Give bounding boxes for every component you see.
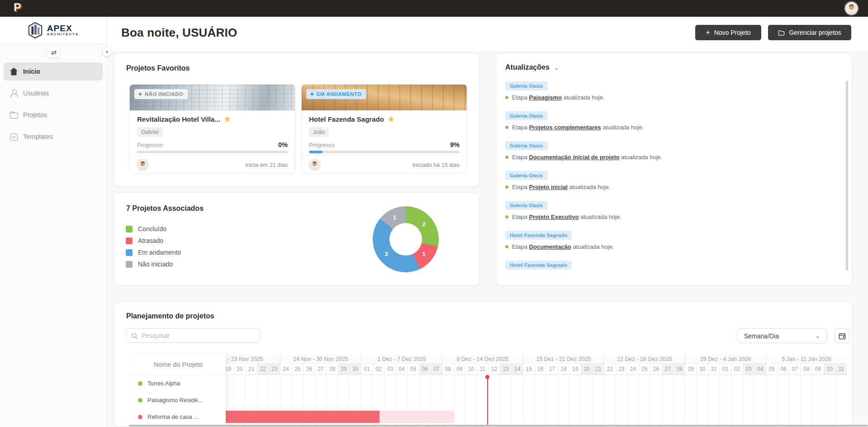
week-label: 8 Dez - 14 Dez 2025 bbox=[442, 355, 523, 364]
project-chip[interactable]: Galeria Oasis bbox=[505, 81, 548, 90]
avatar-image bbox=[137, 159, 148, 171]
day-cell: 23 bbox=[616, 364, 627, 375]
legend-item: Concluído bbox=[126, 225, 181, 232]
day-cell: 13 bbox=[500, 364, 512, 375]
gantt-timeline-header: - 23 Nov 2025192021222324 Nov - 30 Nov 2… bbox=[199, 355, 847, 375]
project-card[interactable]: EM ANDAMENTOHotel Fazenda Sagrado★JoãoPr… bbox=[301, 84, 467, 174]
sidebar-item-inicio[interactable]: Início bbox=[4, 62, 103, 81]
day-cell: 11 bbox=[835, 364, 847, 375]
wooden-deck-image: EM ANDAMENTO bbox=[302, 85, 467, 110]
project-chip[interactable]: Hotel Fazenda Sagrado bbox=[505, 261, 572, 270]
swap-icon[interactable]: ⇄ bbox=[48, 47, 60, 57]
gantt-row-name[interactable]: Reforma de casa ... bbox=[131, 408, 226, 425]
search-input[interactable] bbox=[142, 332, 256, 339]
card-footer: Iniciado há 15 dias bbox=[302, 155, 467, 174]
status-label: EM ANDAMENTO bbox=[317, 91, 361, 97]
stage-link[interactable]: Projeto inicial bbox=[529, 184, 568, 190]
building-facade-image: NÃO INICIADO bbox=[130, 85, 295, 110]
stage-link[interactable]: Paisagismo bbox=[529, 94, 562, 101]
card-body: Revitalização Hotel Villa...★GabrielProg… bbox=[130, 110, 295, 174]
update-item: Galeria OasisEtapa Documentação inicial … bbox=[505, 141, 838, 161]
week-label: 22 Dez - 28 Dez 2025 bbox=[604, 355, 685, 364]
day-cell: 19 bbox=[569, 364, 581, 375]
day-cell: 31 bbox=[708, 364, 720, 375]
day-cell: 20 bbox=[581, 364, 593, 375]
sidebar-item-usuarios[interactable]: Usuários bbox=[4, 84, 103, 102]
day-cell: 02 bbox=[731, 364, 743, 375]
gantt-bar-solid[interactable] bbox=[199, 411, 379, 423]
gantt-week: 1 Dez - 7 Dez 202501020304050607 bbox=[361, 355, 442, 375]
slice-value-label: 1 bbox=[393, 214, 396, 221]
calendar-button[interactable] bbox=[835, 328, 849, 343]
day-cell: 08 bbox=[442, 364, 454, 375]
associated-title: 7 Projetos Associados bbox=[126, 204, 204, 213]
member-avatar[interactable] bbox=[137, 159, 148, 171]
progress-percent: 0% bbox=[278, 141, 288, 148]
stage-link[interactable]: Projetos complementares bbox=[529, 124, 601, 131]
day-cell: 06 bbox=[778, 364, 789, 375]
sidebar-item-templates[interactable]: Templates bbox=[4, 128, 103, 146]
member-avatar[interactable] bbox=[309, 159, 320, 171]
app-logo[interactable]: P P bbox=[12, 1, 25, 16]
update-text: Etapa Documentação atualizada hoje. bbox=[505, 243, 838, 250]
project-chip[interactable]: Galeria Oasis bbox=[505, 111, 548, 120]
donut-legend: ConcluídoAtrasadoEm andamentoNão iniciad… bbox=[126, 225, 181, 268]
manage-projects-button[interactable]: Gerenciar projetos bbox=[768, 25, 851, 40]
day-cell: 10 bbox=[465, 364, 477, 375]
legend-item: Atrasado bbox=[126, 237, 181, 244]
week-label: 15 Dez - 21 Dez 2025 bbox=[523, 355, 604, 364]
legend-swatch bbox=[126, 226, 133, 232]
week-label: 29 Dez - 4 Jan 2026 bbox=[685, 355, 766, 364]
template-icon bbox=[10, 133, 18, 141]
gantt-week: 29 Dez - 4 Jan 202629303101020304 bbox=[685, 355, 766, 375]
day-cell: 30 bbox=[349, 364, 361, 375]
updates-title-text: Atualizações bbox=[505, 63, 550, 71]
project-chip[interactable]: Galeria Oasis bbox=[505, 201, 548, 210]
horizontal-scrollbar[interactable] bbox=[129, 425, 868, 427]
brand[interactable]: APEX ARCHITECTS bbox=[0, 17, 106, 44]
gantt-row-name[interactable]: Torres Alpha bbox=[131, 375, 226, 392]
chevron-down-icon[interactable]: ⌄ bbox=[554, 64, 559, 71]
day-cell: 24 bbox=[280, 364, 292, 375]
stage-link[interactable]: Documentação bbox=[529, 243, 571, 250]
project-card[interactable]: NÃO INICIADORevitalização Hotel Villa...… bbox=[129, 84, 295, 174]
status-dot bbox=[139, 93, 142, 95]
week-days: 01020304050607 bbox=[361, 364, 442, 375]
start-date-text: Iniciado há 15 dias bbox=[413, 162, 460, 168]
project-name-rows: Torres AlphaPaisagismo Residê...Reforma … bbox=[131, 375, 226, 425]
update-text: Etapa Projetos complementares atualizada… bbox=[505, 124, 838, 131]
collapse-sidebar-button[interactable]: ‹ bbox=[102, 47, 112, 56]
gantt-row-name[interactable]: Paisagismo Residê... bbox=[131, 392, 226, 408]
day-cell: 20 bbox=[234, 364, 246, 375]
update-text: Etapa Paisagismo atualizada hoje. bbox=[505, 94, 838, 101]
user-avatar[interactable] bbox=[845, 2, 858, 15]
project-chip[interactable]: Galeria Oasis bbox=[505, 171, 548, 180]
associated-projects-panel: 7 Projetos Associados ConcluídoAtrasadoE… bbox=[114, 192, 479, 286]
new-project-button[interactable]: + Novo Projeto bbox=[695, 25, 761, 40]
update-item: Galeria OasisEtapa Projeto inicial atual… bbox=[505, 171, 838, 190]
week-days: 24252627282930 bbox=[280, 364, 361, 375]
day-cell: 05 bbox=[766, 364, 778, 375]
day-cell: 02 bbox=[373, 364, 384, 375]
project-title: Hotel Fazenda Sagrado bbox=[309, 115, 384, 123]
day-cell: 15 bbox=[523, 364, 535, 375]
folder-icon bbox=[778, 30, 785, 36]
project-name-column: Nome do Projeto Torres AlphaPaisagismo R… bbox=[131, 355, 226, 427]
updates-scrollbar[interactable] bbox=[846, 81, 848, 270]
stage-link[interactable]: Documentação inicial de projeto bbox=[529, 154, 620, 161]
avatar-image bbox=[845, 2, 858, 15]
view-mode-select[interactable]: Semana/Dia ⌄ bbox=[737, 328, 827, 343]
progress-row: Progresso0% bbox=[137, 141, 288, 148]
update-sentence: Etapa Documentação atualizada hoje. bbox=[512, 243, 614, 250]
favorite-star-icon[interactable]: ★ bbox=[388, 115, 394, 123]
project-chip[interactable]: Hotel Fazenda Sagrado bbox=[505, 231, 572, 240]
status-donut-chart[interactable]: 2131 bbox=[373, 206, 439, 272]
slice-value-label: 1 bbox=[422, 251, 425, 257]
day-cell: 16 bbox=[535, 364, 546, 375]
stage-link[interactable]: Projeto Executivo bbox=[529, 214, 579, 220]
day-cell: 26 bbox=[650, 364, 662, 375]
sidebar-item-projetos[interactable]: Projetos bbox=[4, 106, 103, 124]
favorite-star-icon[interactable]: ★ bbox=[224, 115, 231, 123]
project-chip[interactable]: Galeria Oasis bbox=[505, 141, 548, 150]
week-label: 5 Jan - 11 Jan 2026 bbox=[766, 355, 847, 364]
